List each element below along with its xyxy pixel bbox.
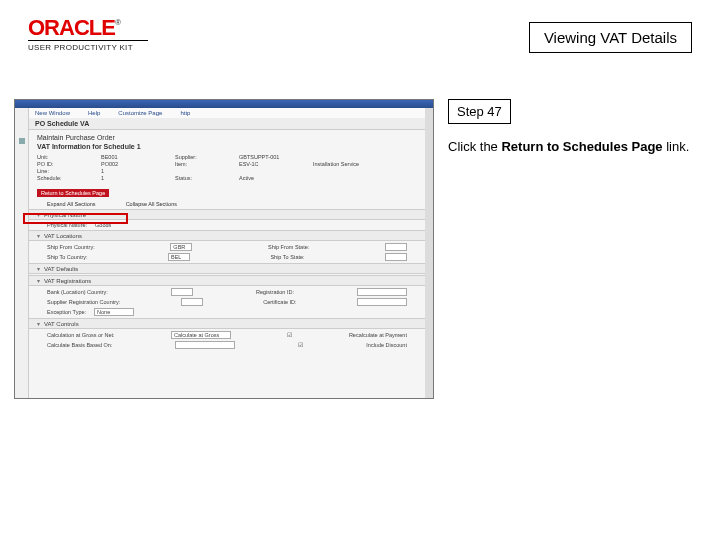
embedded-screenshot: New Window Help Customize Page http PO S… bbox=[14, 99, 434, 399]
section-vat-defaults[interactable]: ▾VAT Defaults bbox=[29, 263, 425, 274]
brand-sub: USER PRODUCTIVITY KIT bbox=[28, 43, 148, 52]
panel-title: Maintain Purchase Order bbox=[37, 134, 417, 141]
header-fields: Unit:BE001 Supplier:GBTSUPPT-001 PO ID:P… bbox=[37, 154, 417, 181]
brand-tm: ® bbox=[115, 18, 121, 27]
brand-rule bbox=[28, 40, 148, 41]
breadcrumb: PO Schedule VA bbox=[29, 118, 425, 130]
brand-word: ORACLE bbox=[28, 15, 115, 40]
section-vat-controls[interactable]: ▾VAT Controls bbox=[29, 318, 425, 329]
scrollbar bbox=[425, 108, 433, 398]
brand-logo: ORACLE® USER PRODUCTIVITY KIT bbox=[28, 18, 148, 52]
expand-all-link[interactable]: Expand All Sections bbox=[47, 201, 96, 207]
side-gutter bbox=[15, 108, 29, 398]
section-physical-nature[interactable]: ▾Physical Nature bbox=[29, 209, 425, 220]
top-links: New Window Help Customize Page http bbox=[29, 108, 425, 118]
return-to-schedules-link[interactable]: Return to Schedules Page bbox=[37, 189, 109, 197]
section-vat-registrations[interactable]: ▾VAT Registrations bbox=[29, 275, 425, 286]
step-indicator: Step 47 bbox=[448, 99, 511, 124]
window-titlebar bbox=[15, 100, 433, 108]
collapse-all-link[interactable]: Collapse All Sections bbox=[126, 201, 177, 207]
page-title: Viewing VAT Details bbox=[529, 22, 692, 53]
section-vat-locations[interactable]: ▾VAT Locations bbox=[29, 230, 425, 241]
step-instruction: Click the Return to Schedules Page link. bbox=[448, 138, 698, 156]
panel-subtitle: VAT Information for Schedule 1 bbox=[37, 143, 417, 150]
